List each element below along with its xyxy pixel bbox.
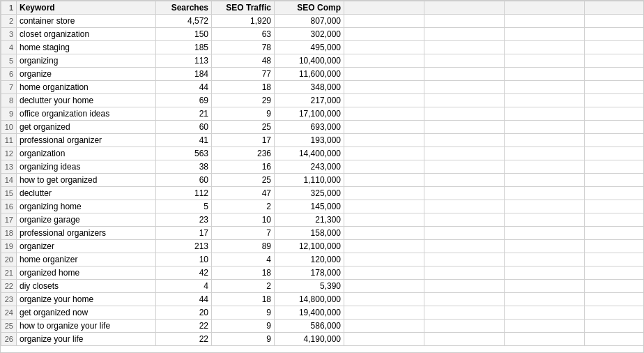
keyword-cell: declutter your home	[17, 94, 156, 107]
seo-traffic-cell: 7	[212, 227, 275, 240]
table-row: 20 home organizer 10 4 120,000	[1, 253, 645, 266]
keyword-cell: home staging	[17, 41, 156, 54]
searches-cell: 23	[156, 213, 212, 227]
keyword-cell: organized home	[17, 266, 156, 280]
table-row: 26 organize your life 22 9 4,190,000	[1, 333, 645, 346]
searches-cell: 185	[156, 41, 212, 54]
row-number: 16	[1, 200, 17, 213]
seo-comp-cell: 11,600,000	[275, 68, 344, 81]
table-row: 18 professional organizers 17 7 158,000	[1, 227, 645, 240]
extra-cell-2	[424, 320, 505, 333]
extra-cell-2	[424, 187, 505, 200]
table-row: 19 organizer 213 89 12,100,000	[1, 240, 645, 253]
seo-traffic-cell: 63	[212, 28, 275, 41]
extra-cell-3	[505, 160, 585, 174]
row-number: 25	[1, 320, 17, 333]
extra-cell-4	[585, 147, 645, 160]
row-number: 18	[1, 227, 17, 240]
seo-traffic-cell: 77	[212, 68, 275, 81]
data-table: 1 Keyword Searches SEO Traffic SEO Comp …	[1, 1, 644, 346]
keyword-header: Keyword	[17, 1, 156, 15]
row-number: 13	[1, 160, 17, 174]
searches-cell: 44	[156, 293, 212, 306]
extra-col-1-header	[344, 1, 424, 15]
searches-cell: 42	[156, 266, 212, 280]
seo-comp-cell: 17,100,000	[275, 107, 344, 121]
seo-comp-cell: 12,100,000	[275, 240, 344, 253]
keyword-cell: diy closets	[17, 280, 156, 293]
extra-cell-4	[585, 200, 645, 213]
extra-cell-2	[424, 15, 505, 28]
table-row: 7 home organization 44 18 348,000	[1, 81, 645, 94]
seo-traffic-cell: 18	[212, 266, 275, 280]
extra-cell-4	[585, 280, 645, 293]
searches-cell: 4,572	[156, 15, 212, 28]
keyword-cell: organization	[17, 147, 156, 160]
row-num-header: 1	[1, 1, 17, 15]
extra-cell-1	[344, 253, 424, 266]
extra-cell-2	[424, 266, 505, 280]
seo-traffic-cell: 2	[212, 280, 275, 293]
extra-cell-4	[585, 213, 645, 227]
extra-cell-2	[424, 41, 505, 54]
searches-cell: 113	[156, 54, 212, 68]
keyword-cell: how to get organized	[17, 174, 156, 187]
extra-cell-1	[344, 187, 424, 200]
extra-cell-1	[344, 28, 424, 41]
table-row: 15 declutter 112 47 325,000	[1, 187, 645, 200]
searches-cell: 60	[156, 121, 212, 134]
seo-comp-cell: 193,000	[275, 134, 344, 147]
row-number: 19	[1, 240, 17, 253]
extra-cell-4	[585, 333, 645, 346]
keyword-cell: professional organizer	[17, 134, 156, 147]
extra-cell-1	[344, 41, 424, 54]
seo-traffic-cell: 10	[212, 213, 275, 227]
seo-traffic-cell: 18	[212, 81, 275, 94]
extra-cell-3	[505, 54, 585, 68]
table-row: 17 organize garage 23 10 21,300	[1, 213, 645, 227]
keyword-cell: organize garage	[17, 213, 156, 227]
row-number: 26	[1, 333, 17, 346]
row-number: 5	[1, 54, 17, 68]
extra-cell-3	[505, 28, 585, 41]
searches-cell: 184	[156, 68, 212, 81]
extra-cell-4	[585, 293, 645, 306]
keyword-cell: container store	[17, 15, 156, 28]
extra-cell-4	[585, 306, 645, 320]
table-row: 9 office organization ideas 21 9 17,100,…	[1, 107, 645, 121]
extra-cell-3	[505, 240, 585, 253]
extra-cell-2	[424, 68, 505, 81]
keyword-cell: organizing ideas	[17, 160, 156, 174]
searches-cell: 69	[156, 94, 212, 107]
extra-cell-2	[424, 306, 505, 320]
keyword-cell: home organizer	[17, 253, 156, 266]
extra-cell-1	[344, 240, 424, 253]
extra-cell-2	[424, 81, 505, 94]
extra-cell-2	[424, 134, 505, 147]
seo-traffic-cell: 18	[212, 293, 275, 306]
extra-cell-4	[585, 121, 645, 134]
extra-cell-1	[344, 266, 424, 280]
extra-cell-3	[505, 306, 585, 320]
seo-comp-cell: 325,000	[275, 187, 344, 200]
extra-cell-2	[424, 333, 505, 346]
extra-cell-4	[585, 187, 645, 200]
keyword-cell: get organized now	[17, 306, 156, 320]
seo-comp-cell: 21,300	[275, 213, 344, 227]
seo-comp-cell: 302,000	[275, 28, 344, 41]
table-body: 2 container store 4,572 1,920 807,000 3 …	[1, 15, 645, 346]
seo-comp-cell: 178,000	[275, 266, 344, 280]
extra-cell-2	[424, 107, 505, 121]
extra-cell-3	[505, 81, 585, 94]
searches-cell: 5	[156, 200, 212, 213]
extra-cell-4	[585, 68, 645, 81]
extra-cell-3	[505, 68, 585, 81]
table-row: 22 diy closets 4 2 5,390	[1, 280, 645, 293]
keyword-cell: get organized	[17, 121, 156, 134]
seo-comp-cell: 145,000	[275, 200, 344, 213]
extra-cell-1	[344, 54, 424, 68]
seo-traffic-cell: 9	[212, 107, 275, 121]
keyword-cell: professional organizers	[17, 227, 156, 240]
row-number: 11	[1, 134, 17, 147]
keyword-cell: organize	[17, 68, 156, 81]
